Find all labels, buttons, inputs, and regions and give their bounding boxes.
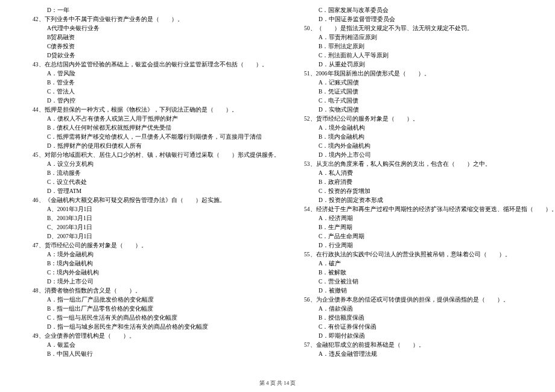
option-line: C债券投资 [18,42,265,51]
option-line: D．管理ATM [18,187,265,196]
option-line: C．有价证券保付保函 [290,323,537,332]
question-line: 49、企业债券的管理机构是（ ）。 [18,332,265,341]
option-line: D、2007年3月1日 [18,232,265,241]
question-line: 55、在行政执法的实践中f公司法人的营业执照被吊销，意味着公司（ ）。 [290,250,537,259]
option-line: A．境外金融机构 [290,124,537,133]
option-line: D．投资的固定资本形成 [290,196,537,205]
question-line: 47、货币经纪公司的服务对象是（ ）。 [18,241,265,250]
question-line: 45、对部分地域面积大、居住人口少的村、镇，村镇银行可通过采取（ ）形式提供服务… [18,151,265,160]
option-line: D．实物式国债 [290,106,537,115]
option-line: B．指一组出厂产品零售价格的变化幅度 [18,305,265,314]
option-line: B．境内金融机构 [290,133,537,142]
option-line: D贷款业务 [18,51,265,60]
exam-page: D：一年42、下列业务中不属于商业银行资产业务的是（ ）。A代理中央银行业务B贸… [0,0,555,359]
right-column: C．国家发展与改革委员会D．中国证券监督管理委员会50、（ ）是指法无明文规定不… [278,6,537,359]
option-line: C、2005年3月1日 [18,223,265,232]
option-line: C．刑法面前人人平等原则 [290,51,537,60]
option-line: B．生产周期 [290,223,537,232]
question-line: 43、在总结国内外监管经验的基础上，银监会提出的银行业监管新理念不包括（ ）。 [18,60,265,69]
option-line: B：境内金融机构 [18,259,265,268]
option-line: A．记账式国债 [290,78,537,87]
option-line: C．管法人 [18,87,265,96]
option-line: B贸易融资 [18,33,265,42]
option-line: B．中国人民银行 [18,350,265,359]
option-line: B．政府消费 [290,178,537,187]
left-column: D：一年42、下列业务中不属于商业银行资产业务的是（ ）。A代理中央银行业务B贸… [18,6,278,359]
question-line: 57、金融犯罪成立的前提和基础是（ ）。 [290,341,537,350]
option-line: A．私人消费 [290,169,537,178]
option-line: C．国家发展与改革委员会 [290,6,537,15]
option-line: A．破产 [290,259,537,268]
page-footer: 第 4 页 共 14 页 [0,379,555,387]
option-line: D．抵押财产的使用权归债权人所有 [18,142,265,151]
option-line: A．借款保函 [290,305,537,314]
option-line: A．经济周期 [290,214,537,223]
option-line: C．境内外金融机构 [290,142,537,151]
option-line: C：境内外金融机构 [18,268,265,277]
option-line: D．指一组与城乡居民生产和生活有关的商品价格的变化幅度 [18,323,265,332]
option-line: B．授信额度保函 [290,314,537,323]
option-line: A．设立分支机构 [18,160,265,169]
option-line: A．指一组出厂产品批发价格的变化幅度 [18,296,265,305]
question-line: 53、从支出的角度来看，私人购买住房的支出，包含在（ ）之中。 [290,160,537,169]
question-line: 50、（ ）是指法无明文规定不为罪、法无明文规定不处罚。 [290,24,537,33]
option-line: D：境外上市公司 [18,277,265,286]
option-line: D：一年 [18,6,265,15]
question-line: 48、消费者物价指数的含义是（ ）。 [18,286,265,296]
option-line: B．罪刑法定原则 [290,42,537,51]
question-line: 42、下列业务中不属于商业银行资产业务的是（ ）。 [18,15,265,24]
option-line: B．流动服务 [18,169,265,178]
option-line: A代理中央银行业务 [18,24,265,33]
option-line: B．管业务 [18,78,265,87]
option-line: C．营业被注销 [290,277,537,286]
question-line: 56、为企业债券本息的偿还或可转债提供的担保，提供保函指的是（ ）。 [290,296,537,305]
option-line: B、2003年3月1日 [18,214,265,223]
option-line: A．罪责刑相适应原则 [290,33,537,42]
option-line: D．被撤销 [290,286,537,296]
option-line: C．产品生命周期 [290,232,537,241]
question-line: 51、2006年我国新推出的国债形式是（ ）。 [290,69,537,78]
option-line: D．境内外上市公司 [290,151,537,160]
question-line: 44、抵押是担保的一种方式，根据《物权法》，下列说法正确的是（ ）。 [18,106,265,115]
option-line: D．行业周期 [290,241,537,250]
question-line: 54、经济处于生产和再生产过程中周期性的经济扩张与经济紧缩交替更迭、循环是指（ … [290,205,537,214]
option-line: B．债权人任何时候都无权就抵押财产优先受偿 [18,124,265,133]
option-line: B．被解散 [290,268,537,277]
option-line: C．电子式国债 [290,96,537,106]
option-line: A．银监会 [18,341,265,350]
option-line: C．设立代表处 [18,178,265,187]
option-line: A．管风险 [18,69,265,78]
option-line: A、2001年3月1日 [18,205,265,214]
option-line: A．债权人不占有债务人或第三人用于抵押的财产 [18,115,265,124]
option-line: C．指一组与居民生活有关的商品价格的变化幅度 [18,314,265,323]
option-line: A：境外金融机构 [18,250,265,259]
question-line: 52、货币经纪公司的服务对象是（ ）。 [290,115,537,124]
option-line: C．抵押需将财产移交给债权人，一旦债务人不能履行到期债务，可直接用于清偿 [18,133,265,142]
option-line: A．违反金融管理法规 [290,350,537,359]
option-line: D．即期付款保函 [290,332,537,341]
option-line: D．管内控 [18,96,265,106]
option-line: C．投资的存货增加 [290,187,537,196]
question-line: 46、《金融机构大额交易和可疑交易报告管理办法》自（ ）起实施。 [18,196,265,205]
option-line: B．凭证式国债 [290,87,537,96]
option-line: D．中国证券监督管理委员会 [290,15,537,24]
option-line: D．从重处罚原则 [290,60,537,69]
